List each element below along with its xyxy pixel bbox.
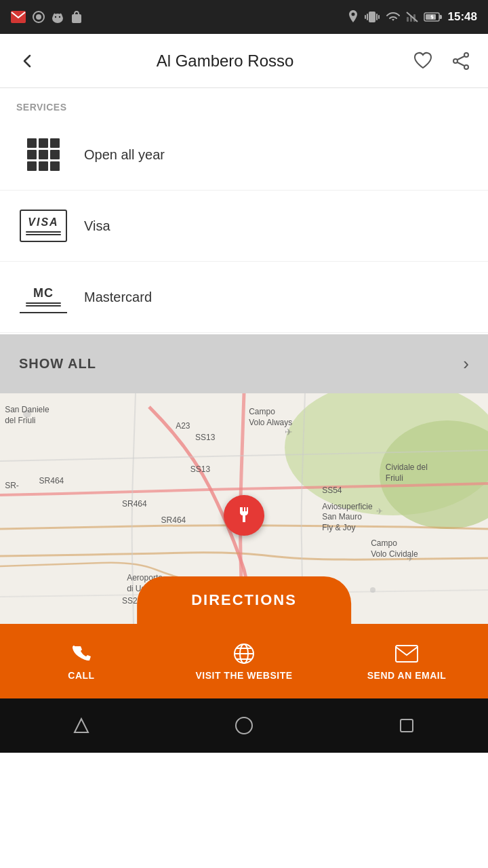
status-bar-right: 15:48 <box>348 10 477 24</box>
map-label-ss13-2: SS13 <box>190 465 210 474</box>
system-nav-bar <box>0 698 488 753</box>
visa-icon: VISA <box>16 205 70 246</box>
map-label-aviosuperficie: AviosuperficieSan MauroFly & Joy <box>322 502 372 534</box>
battery-icon <box>424 12 443 22</box>
map-label-campo-volo-cividale: CampoVolo Cividale <box>371 538 418 559</box>
service-open-all-year-label: Open all year <box>84 147 165 163</box>
header: Al Gambero Rosso <box>0 34 488 88</box>
svg-text:✈: ✈ <box>376 507 383 516</box>
svg-line-28 <box>458 56 464 60</box>
svg-rect-4 <box>54 16 62 21</box>
map-label-sr464-1: SR464 <box>39 476 64 486</box>
svg-marker-46 <box>75 719 88 732</box>
svg-rect-21 <box>426 14 436 20</box>
favorite-button[interactable] <box>409 47 436 75</box>
map-label-sr: SR- <box>5 481 19 490</box>
gmail-icon <box>11 11 26 23</box>
vibrate-icon <box>364 11 380 23</box>
time-display: 15:48 <box>448 10 477 24</box>
map-label-ss54: SS54 <box>322 486 342 495</box>
map-label-sr464-2: SR464 <box>122 499 147 509</box>
service-visa-label: Visa <box>84 218 110 234</box>
map-label-a23: A23 <box>176 421 190 431</box>
svg-point-47 <box>236 717 252 734</box>
svg-rect-18 <box>413 14 415 22</box>
svg-rect-48 <box>401 719 413 732</box>
bottom-action-bar: CALL VISIT THE WEBSITE SEND AN EMAIL <box>0 624 488 698</box>
directions-button[interactable]: DIRECTIONS <box>137 576 351 624</box>
svg-point-25 <box>464 53 468 57</box>
svg-point-2 <box>36 14 41 20</box>
map-view[interactable]: ✈ ✈ ✈ ✈ San Danieledel Friuli A23 SS13 S… <box>0 393 488 624</box>
svg-rect-12 <box>376 14 378 20</box>
svg-point-39 <box>370 587 375 593</box>
map-label-campo-volo: CampoVolo Always <box>249 407 292 428</box>
service-open-all-year: Open all year <box>0 119 488 191</box>
svg-rect-13 <box>365 15 366 19</box>
map-label-ss13-1: SS13 <box>195 433 215 442</box>
svg-rect-45 <box>396 646 418 662</box>
call-label: CALL <box>68 670 94 681</box>
wifi-icon <box>386 12 401 22</box>
svg-rect-16 <box>407 17 409 22</box>
services-section: SERVICES Open all year VISA Visa <box>0 88 488 333</box>
svg-point-26 <box>453 59 458 63</box>
svg-rect-10 <box>369 12 375 22</box>
svg-rect-20 <box>439 15 442 19</box>
send-email-button[interactable]: SEND AN EMAIL <box>325 642 488 681</box>
status-bar-left <box>11 10 83 24</box>
share-button[interactable] <box>447 47 474 75</box>
svg-rect-17 <box>410 16 412 22</box>
map-label-san-daniele: San Danieledel Friuli <box>5 405 49 426</box>
call-button[interactable]: CALL <box>0 642 163 681</box>
map-label-cividale: Cividale delFriuli <box>386 462 428 484</box>
nav-recents-button[interactable] <box>394 713 419 738</box>
phone-icon <box>69 642 94 666</box>
svg-rect-9 <box>72 14 81 23</box>
status-bar: 15:48 <box>0 0 488 34</box>
svg-point-7 <box>55 16 56 18</box>
show-all-label: SHOW ALL <box>19 356 96 372</box>
email-icon <box>394 642 419 666</box>
grid-icon <box>16 134 70 175</box>
svg-rect-11 <box>367 14 368 20</box>
visit-website-button[interactable]: VISIT THE WEBSITE <box>163 642 325 681</box>
map-label-sr464-3: SR464 <box>161 515 186 525</box>
show-all-button[interactable]: SHOW ALL › <box>0 334 488 393</box>
send-email-label: SEND AN EMAIL <box>367 670 446 681</box>
fork-knife-icon <box>233 505 255 526</box>
svg-line-29 <box>458 62 464 66</box>
svg-point-8 <box>59 16 60 18</box>
chevron-right-icon: › <box>463 353 469 374</box>
page-title: Al Gambero Rosso <box>41 52 409 71</box>
bag-icon <box>70 10 83 24</box>
svg-point-27 <box>464 65 468 69</box>
circle-icon <box>33 11 45 23</box>
service-mastercard-label: Mastercard <box>84 290 152 305</box>
services-label: SERVICES <box>0 88 488 119</box>
service-mastercard: MC Mastercard <box>0 262 488 333</box>
nav-home-button[interactable] <box>232 713 256 738</box>
visit-website-label: VISIT THE WEBSITE <box>195 670 292 681</box>
mc-icon: MC <box>16 277 70 317</box>
svg-rect-14 <box>378 15 380 19</box>
signal-icon <box>406 12 418 22</box>
nav-back-button[interactable] <box>69 713 94 738</box>
location-icon <box>348 10 359 24</box>
service-visa: VISA Visa <box>0 191 488 262</box>
restaurant-pin <box>224 495 264 536</box>
globe-icon <box>232 642 256 666</box>
back-button[interactable] <box>14 47 41 75</box>
android-icon <box>52 10 64 24</box>
